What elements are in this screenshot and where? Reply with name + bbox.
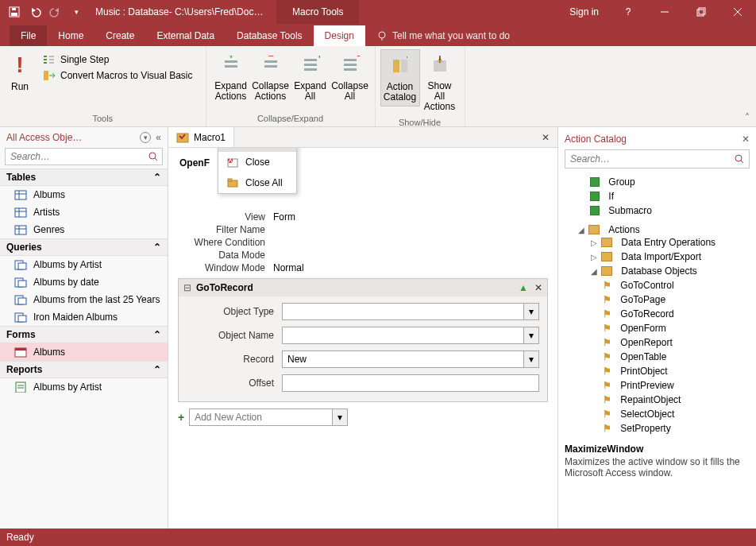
catalog-search-input[interactable] [565,150,730,168]
action-catalog-button[interactable]: + Action Catalog [380,49,420,106]
navpane-item[interactable]: Artists [0,203,168,221]
single-step-button[interactable]: Single Step [40,52,196,67]
search-icon[interactable] [145,149,162,165]
run-button[interactable]: ! Run [5,49,35,95]
catalog-action-item[interactable]: ⚑ SelectObject [565,409,750,420]
add-new-action-combo[interactable]: ▾ [189,409,348,426]
catalog-action-item[interactable]: ⚑ GoToRecord [565,308,750,319]
catalog-action-item[interactable]: ⚑ SetProperty [565,423,750,434]
undo-icon[interactable] [25,2,44,21]
svg-point-8 [379,32,385,38]
catalog-actions-node[interactable]: ◢ Actions [565,224,750,235]
navpane-search-input[interactable] [6,149,145,165]
catalog-action-item[interactable]: ⚑ OpenForm [565,323,750,334]
field-view-value: Form [273,211,295,223]
navpane-cat-forms[interactable]: Forms⌃ [0,326,168,343]
menu-close-all[interactable]: Close All [218,172,296,193]
navpane-cat-reports[interactable]: Reports⌃ [0,361,168,378]
catalog-item-label: Submacro [608,205,652,216]
chevron-down-icon[interactable]: ▾ [523,350,539,368]
tab-database-tools[interactable]: Database Tools [226,25,314,46]
action-icon: ⚑ [603,394,611,405]
help-icon[interactable]: ? [610,0,646,24]
collapse-actions-button[interactable]: − Collapse Actions [251,49,291,105]
convert-macros-button[interactable]: Convert Macros to Visual Basic [40,68,196,83]
move-up-icon[interactable]: ▲ [519,282,528,293]
save-icon[interactable] [5,2,24,21]
tab-external-data[interactable]: External Data [145,25,226,46]
catalog-action-item[interactable]: ⚑ OpenTable [565,351,750,362]
navpane-item[interactable]: Genres [0,221,168,238]
redo-icon[interactable] [46,2,65,21]
navpane-item[interactable]: Albums [0,186,168,203]
chevron-down-icon[interactable]: ▾ [332,409,348,426]
delete-action-icon[interactable]: ✕ [534,282,542,293]
document-close-icon[interactable]: ✕ [534,132,557,143]
field-record-combo[interactable]: ▾ [282,350,539,368]
navpane-cat-tables[interactable]: Tables⌃ [0,168,168,186]
ribbon-tabs: File Home Create External Data Database … [0,24,756,46]
navpane-item[interactable]: Albums by Artist [0,256,168,273]
search-icon[interactable] [730,150,749,168]
navpane-item[interactable]: Albums [0,343,168,361]
navpane-item[interactable]: Albums by date [0,273,168,291]
tab-create[interactable]: Create [94,25,145,46]
svg-line-31 [155,158,157,161]
catalog-category[interactable]: ◢ Database Objects [565,265,750,277]
navpane-collapse-icon[interactable]: « [156,132,161,143]
navpane-item[interactable]: Albums by Artist [0,378,168,396]
sign-in-link[interactable]: Sign in [558,6,610,17]
catalog-category[interactable]: ▷ Data Import/Export [565,251,750,262]
field-offset-input[interactable] [282,374,539,392]
document-tab[interactable]: Macro1 [168,127,234,147]
catalog-action-item[interactable]: ⚑ PrintObject [565,366,750,377]
catalog-action-item[interactable]: ⚑ OpenReport [565,337,750,348]
collapse-actions-icon: − [261,56,280,75]
tab-design[interactable]: Design [314,25,365,46]
collapse-ribbon-icon[interactable]: ˄ [745,112,750,123]
show-all-actions-button[interactable]: ! Show All Actions [420,49,460,116]
navpane-search[interactable] [5,148,163,165]
field-objectname-input[interactable] [282,327,523,344]
tab-home[interactable]: Home [47,25,94,46]
action-icon: ⚑ [603,366,611,377]
close-icon[interactable] [719,0,756,24]
navpane-filter-icon[interactable]: ▾ [140,132,151,143]
tab-file[interactable]: File [10,25,47,46]
catalog-action-item[interactable]: ⚑ RepaintObject [565,394,750,405]
catalog-action-item[interactable]: ⚑ PrintPreview [565,380,750,391]
tell-me-search[interactable]: Tell me what you want to do [365,25,521,46]
collapse-all-button[interactable]: − Collapse All [330,49,370,105]
catalog-action-item[interactable]: ⚑ GoToControl [565,280,750,291]
menu-close[interactable]: x Close [218,152,296,172]
add-icon[interactable]: + [178,411,184,424]
folder-icon [601,252,612,261]
svg-text:!: ! [438,56,441,65]
folder-icon [588,225,600,234]
field-objecttype-input[interactable] [282,303,523,320]
catalog-flow-item[interactable]: If [590,191,750,202]
qat-customize-icon[interactable]: ▾ [67,2,86,21]
catalog-flow-item[interactable]: Submacro [590,205,750,216]
catalog-action-item[interactable]: ⚑ GoToPage [565,294,750,305]
restore-icon[interactable] [683,0,719,24]
chevron-down-icon[interactable]: ▾ [523,303,539,320]
chevron-down-icon[interactable]: ▾ [523,327,539,344]
catalog-close-icon[interactable]: ✕ [742,134,750,145]
navpane-item[interactable]: Iron Maiden Albums [0,308,168,326]
field-objecttype-combo[interactable]: ▾ [282,303,539,320]
expand-actions-button[interactable]: + Expand Actions [211,49,251,105]
field-record-input[interactable] [282,350,523,368]
action-catalog-pane: Action Catalog✕ Group If Submacro ◢ Acti… [557,127,756,529]
add-new-action-input[interactable] [189,409,332,426]
navpane-item[interactable]: Albums from the last 25 Years [0,291,168,308]
group-collapse-expand: Collapse/Expand [257,112,323,125]
field-objectname-combo[interactable]: ▾ [282,327,539,344]
collapse-icon[interactable]: ⊟ [183,282,191,293]
expand-all-button[interactable]: + Expand All [291,49,330,105]
catalog-flow-item[interactable]: Group [590,176,750,188]
minimize-icon[interactable] [646,0,683,24]
catalog-search[interactable] [565,149,750,168]
catalog-category[interactable]: ▷ Data Entry Operations [565,237,750,248]
navpane-cat-queries[interactable]: Queries⌃ [0,238,168,256]
